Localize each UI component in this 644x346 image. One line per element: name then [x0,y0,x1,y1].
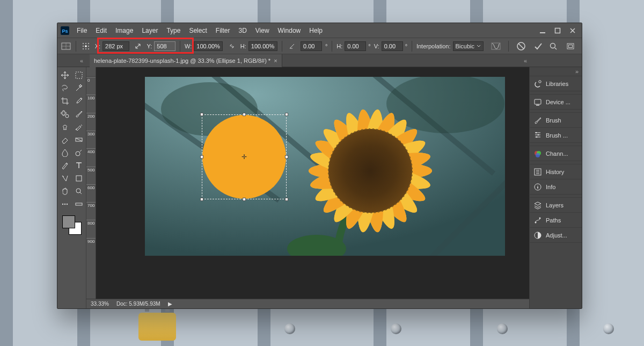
warp-mode-icon[interactable] [490,40,502,52]
pen-tool[interactable] [59,160,71,171]
panel-brush[interactable]: Brush [530,113,582,128]
panel-history[interactable]: History [530,164,582,179]
desktop-rivet [391,323,401,334]
svg-point-22 [76,152,80,156]
foreground-color[interactable] [62,215,75,228]
svg-rect-3 [555,28,560,33]
share-box-icon[interactable] [565,40,576,52]
stamp-tool[interactable] [59,121,71,133]
x-position-input[interactable] [103,41,129,51]
history-tool[interactable] [73,121,85,133]
status-arrow-icon[interactable]: ▶ [168,301,172,307]
transform-handle[interactable] [200,113,203,116]
window-minimize-button[interactable] [539,27,546,34]
svg-point-64 [536,132,537,133]
transform-tool-icon[interactable] [61,41,71,52]
commit-transform-icon[interactable] [532,40,544,52]
panel-brushset[interactable]: Brush ... [530,128,582,143]
panel-adjust[interactable]: Adjust... [530,228,582,243]
brush-tool[interactable] [73,108,85,120]
zoom-tool[interactable] [73,185,85,197]
menu-layer[interactable]: Layer [137,23,162,38]
swap-xy-icon[interactable] [133,41,143,52]
hand-tool[interactable] [59,185,71,197]
degree-label: ° [325,43,327,49]
menu-edit[interactable]: Edit [91,23,111,38]
lasso-tool[interactable] [59,82,71,94]
menu-type[interactable]: Type [162,23,185,38]
panel-paths[interactable]: Paths [530,213,582,228]
panel-info[interactable]: Info [530,179,582,194]
x-position-group: X: [95,41,129,51]
window-maximize-button[interactable] [554,27,561,34]
path-tool[interactable] [59,172,71,184]
eyedrop-tool[interactable] [73,95,85,107]
menu-view[interactable]: View [251,23,274,38]
heal-tool[interactable] [59,108,71,120]
shape-tool[interactable] [73,172,85,184]
more-tool[interactable] [59,198,71,210]
ruler-corner [86,67,96,77]
menu-help[interactable]: Help [305,23,327,38]
y-position-input[interactable] [154,41,175,51]
menu-3d[interactable]: 3D [234,23,251,38]
transform-center-icon[interactable]: ✛ [241,153,247,161]
type-tool[interactable] [73,160,85,171]
edit-tool[interactable] [73,198,85,210]
dodge-tool[interactable] [73,147,85,158]
svg-point-69 [536,153,540,157]
panel-collapse-icon[interactable]: » [530,67,582,76]
eraser-tool[interactable] [59,134,71,146]
transform-handle[interactable] [243,198,246,201]
photoshop-logo-icon: Ps [57,26,72,35]
skew-v-label: V: [374,43,379,49]
cancel-transform-icon[interactable] [515,40,527,52]
panel-label: Info [546,184,555,190]
canvas-area[interactable]: ✛ [96,77,529,299]
ruler-vertical[interactable]: 0100200300400500600700800900 [86,77,96,299]
zoom-level[interactable]: 33.33% [91,301,109,307]
rotate-input[interactable] [301,41,322,51]
wand-tool[interactable] [73,82,85,94]
transform-bounding-box[interactable]: ✛ [202,114,287,199]
transform-handle[interactable] [200,198,203,201]
height-input[interactable] [248,41,277,51]
svg-point-25 [62,204,63,205]
panel-channels[interactable]: Chann... [530,146,582,161]
panels-collapse-icon[interactable]: « [524,57,527,64]
width-input[interactable] [194,41,223,51]
move-tool[interactable] [59,69,71,81]
menu-select[interactable]: Select [185,23,211,38]
color-swatches[interactable] [62,215,82,235]
search-icon[interactable] [547,40,559,52]
menu-filter[interactable]: Filter [211,23,235,38]
toolbox-collapse-icon[interactable]: « [80,57,83,64]
menu-image[interactable]: Image [111,23,137,38]
transform-handle[interactable] [285,155,288,158]
transform-handle[interactable] [243,113,246,116]
channels-icon [533,149,543,158]
reference-point-icon[interactable] [80,41,91,52]
svg-rect-62 [535,99,541,104]
blur-tool[interactable] [59,147,71,158]
panel-layers[interactable]: Layers [530,198,582,213]
window-close-button[interactable] [569,27,576,34]
crop-tool[interactable] [59,95,71,107]
svg-point-7 [88,42,89,44]
skew-h-input[interactable] [345,41,366,51]
panel-device[interactable]: Device ... [530,95,582,110]
transform-handle[interactable] [285,198,288,201]
transform-handle[interactable] [200,155,203,158]
marquee-tool[interactable] [73,69,85,81]
gradient-tool[interactable] [73,134,85,146]
link-wh-icon[interactable] [226,41,237,52]
interpolation-dropdown[interactable]: Bicubic [453,41,484,51]
skew-v-input[interactable] [382,41,403,51]
transform-handle[interactable] [285,113,288,116]
panel-cc[interactable]: Libraries [530,76,582,91]
document-tab[interactable]: helena-plate-782399-unsplash-1.jpg @ 33.… [90,54,282,67]
close-tab-icon[interactable]: × [274,54,277,67]
menu-window[interactable]: Window [274,23,305,38]
menu-file[interactable]: File [72,23,91,38]
desktop-rivet [603,323,614,334]
